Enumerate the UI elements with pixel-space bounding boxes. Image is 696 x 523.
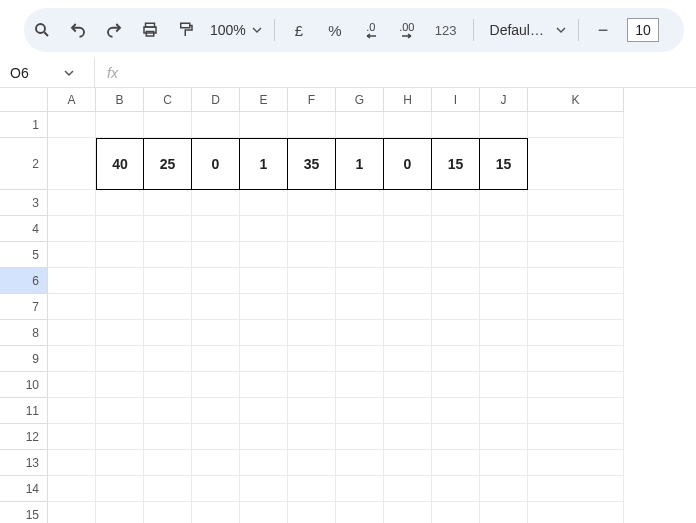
cell[interactable] [480, 112, 528, 138]
cell[interactable] [96, 320, 144, 346]
cell[interactable] [240, 398, 288, 424]
cell[interactable] [432, 268, 480, 294]
redo-icon[interactable] [102, 18, 126, 42]
column-header[interactable]: B [96, 88, 144, 112]
search-icon[interactable] [30, 18, 54, 42]
cell[interactable] [240, 424, 288, 450]
cell[interactable] [96, 372, 144, 398]
cell[interactable] [336, 294, 384, 320]
cell[interactable] [192, 320, 240, 346]
cell[interactable] [336, 424, 384, 450]
cell[interactable] [48, 294, 96, 320]
cell[interactable] [480, 398, 528, 424]
cell[interactable] [432, 476, 480, 502]
cell[interactable] [528, 320, 624, 346]
cell[interactable] [288, 242, 336, 268]
cell[interactable] [528, 216, 624, 242]
column-header[interactable]: G [336, 88, 384, 112]
cell[interactable]: 15 [432, 138, 480, 190]
cell[interactable] [144, 216, 192, 242]
cell[interactable] [96, 268, 144, 294]
cell[interactable] [432, 502, 480, 523]
cell[interactable] [192, 294, 240, 320]
cell[interactable] [144, 242, 192, 268]
cell[interactable] [288, 268, 336, 294]
cell[interactable] [336, 450, 384, 476]
cell[interactable] [336, 268, 384, 294]
cell[interactable] [384, 476, 432, 502]
decrease-decimal-button[interactable]: .0 [359, 18, 383, 42]
cell[interactable] [384, 450, 432, 476]
cell[interactable] [528, 424, 624, 450]
cell[interactable] [480, 372, 528, 398]
cell[interactable] [528, 190, 624, 216]
cell[interactable] [528, 138, 624, 190]
cell[interactable] [192, 476, 240, 502]
cell[interactable] [528, 346, 624, 372]
cell[interactable] [480, 190, 528, 216]
cell[interactable] [336, 346, 384, 372]
cell[interactable] [48, 502, 96, 523]
cell[interactable] [336, 242, 384, 268]
cell[interactable] [432, 216, 480, 242]
cell[interactable]: 40 [96, 138, 144, 190]
cell[interactable] [48, 450, 96, 476]
row-header[interactable]: 15 [0, 502, 48, 523]
font-size-input[interactable]: 10 [627, 18, 659, 42]
cell[interactable] [432, 294, 480, 320]
cell[interactable] [240, 502, 288, 523]
cell[interactable] [288, 398, 336, 424]
cell[interactable] [480, 502, 528, 523]
column-header[interactable]: D [192, 88, 240, 112]
cell[interactable] [144, 294, 192, 320]
row-header[interactable]: 14 [0, 476, 48, 502]
cell[interactable] [432, 450, 480, 476]
cell[interactable] [48, 138, 96, 190]
row-header[interactable]: 2 [0, 138, 48, 190]
cell[interactable] [240, 112, 288, 138]
cell[interactable] [192, 450, 240, 476]
decrease-font-size-button[interactable]: − [591, 18, 615, 42]
cell[interactable] [336, 320, 384, 346]
column-header[interactable]: J [480, 88, 528, 112]
cell[interactable] [432, 320, 480, 346]
cell[interactable]: 35 [288, 138, 336, 190]
cell[interactable] [288, 372, 336, 398]
cell[interactable] [240, 476, 288, 502]
cell[interactable] [96, 294, 144, 320]
cell[interactable] [480, 268, 528, 294]
cell[interactable] [144, 320, 192, 346]
cell[interactable] [240, 216, 288, 242]
cell[interactable] [288, 190, 336, 216]
cell[interactable] [480, 216, 528, 242]
cell[interactable] [288, 112, 336, 138]
cell[interactable] [144, 190, 192, 216]
cell[interactable] [432, 242, 480, 268]
cell[interactable] [528, 294, 624, 320]
cell[interactable] [336, 502, 384, 523]
cell[interactable] [96, 346, 144, 372]
cell[interactable] [192, 398, 240, 424]
cell[interactable] [240, 268, 288, 294]
cell[interactable] [96, 242, 144, 268]
column-header[interactable]: A [48, 88, 96, 112]
cell[interactable] [192, 242, 240, 268]
cell[interactable] [240, 346, 288, 372]
cell[interactable] [480, 424, 528, 450]
cell[interactable] [480, 346, 528, 372]
cell[interactable] [384, 294, 432, 320]
cell[interactable] [480, 320, 528, 346]
cell[interactable] [384, 372, 432, 398]
cell[interactable] [240, 190, 288, 216]
cell[interactable] [336, 112, 384, 138]
cell[interactable] [240, 450, 288, 476]
select-all-corner[interactable] [0, 88, 48, 112]
cell[interactable] [528, 502, 624, 523]
cell[interactable] [528, 398, 624, 424]
row-header[interactable]: 4 [0, 216, 48, 242]
column-header[interactable]: E [240, 88, 288, 112]
cell[interactable] [288, 294, 336, 320]
cell[interactable]: 0 [384, 138, 432, 190]
cell[interactable] [336, 398, 384, 424]
cell[interactable] [96, 112, 144, 138]
